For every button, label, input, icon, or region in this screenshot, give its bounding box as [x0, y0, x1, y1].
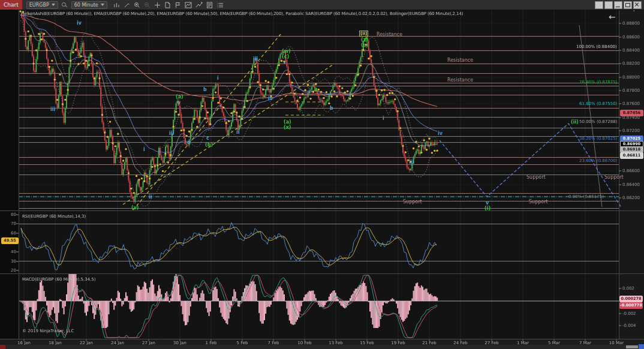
new-chart-icon[interactable] — [164, 2, 171, 8]
chart-style-icon[interactable] — [113, 2, 120, 8]
toolbar-icons — [113, 2, 224, 8]
scrollbar-left-marker — [0, 345, 5, 349]
chart-properties-icon[interactable] — [206, 2, 213, 8]
chevron-down-icon — [52, 4, 55, 6]
data-series-icon[interactable] — [216, 2, 224, 8]
interval-label: 60 Minute — [74, 2, 98, 8]
scrollbar-thumb[interactable] — [626, 345, 638, 348]
layout-button-2[interactable] — [604, 1, 613, 9]
instrument-selector[interactable]: EURGBP — [26, 1, 58, 9]
minimize-button[interactable] — [614, 1, 622, 9]
scrollbar-corner-button[interactable] — [639, 344, 644, 349]
horizontal-scrollbar[interactable] — [0, 345, 644, 349]
restore-button[interactable] — [624, 1, 632, 9]
interval-selector[interactable]: 60 Minute — [71, 1, 107, 9]
window-controls — [595, 1, 642, 9]
close-button[interactable] — [633, 1, 642, 9]
crosshair-icon[interactable] — [154, 2, 161, 8]
chart-tab[interactable]: Chart — [0, 0, 22, 10]
toolbar: Chart EURGBP 60 Minute — [0, 0, 644, 10]
zoom-out-icon[interactable] — [144, 2, 151, 8]
chart-window: Chart EURGBP 60 Minute — [0, 0, 644, 349]
layout-button-1[interactable] — [595, 1, 603, 9]
chart-canvas[interactable] — [0, 0, 644, 349]
alert-icon[interactable] — [174, 2, 181, 8]
draw-tool-icon[interactable] — [124, 2, 130, 8]
instrument-label: EURGBP — [29, 2, 49, 8]
search-icon[interactable] — [62, 2, 67, 8]
indicator-icon[interactable] — [185, 2, 192, 8]
chevron-down-icon — [101, 4, 104, 6]
trendline-icon[interactable] — [195, 2, 203, 8]
zoom-in-icon[interactable] — [134, 2, 140, 8]
